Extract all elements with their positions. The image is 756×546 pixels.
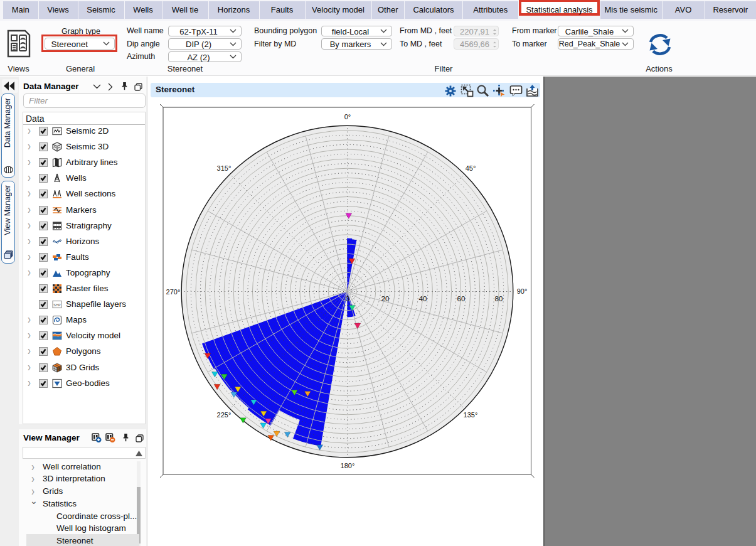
svg-text:225°: 225° — [217, 411, 232, 419]
svg-text:315°: 315° — [217, 164, 232, 172]
svg-text:135°: 135° — [464, 411, 478, 419]
svg-text:0°: 0° — [344, 113, 351, 120]
svg-text:45°: 45° — [466, 164, 476, 172]
svg-text:270°: 270° — [166, 288, 181, 296]
svg-text:0: 0 — [346, 295, 349, 302]
svg-text:90°: 90° — [517, 287, 528, 295]
svg-text:20: 20 — [381, 295, 390, 302]
svg-text:180°: 180° — [341, 462, 355, 469]
svg-text:SHP: SHP — [53, 303, 61, 307]
svg-text:60: 60 — [457, 295, 466, 302]
svg-text:40: 40 — [419, 295, 427, 302]
svg-text:80: 80 — [495, 295, 503, 302]
